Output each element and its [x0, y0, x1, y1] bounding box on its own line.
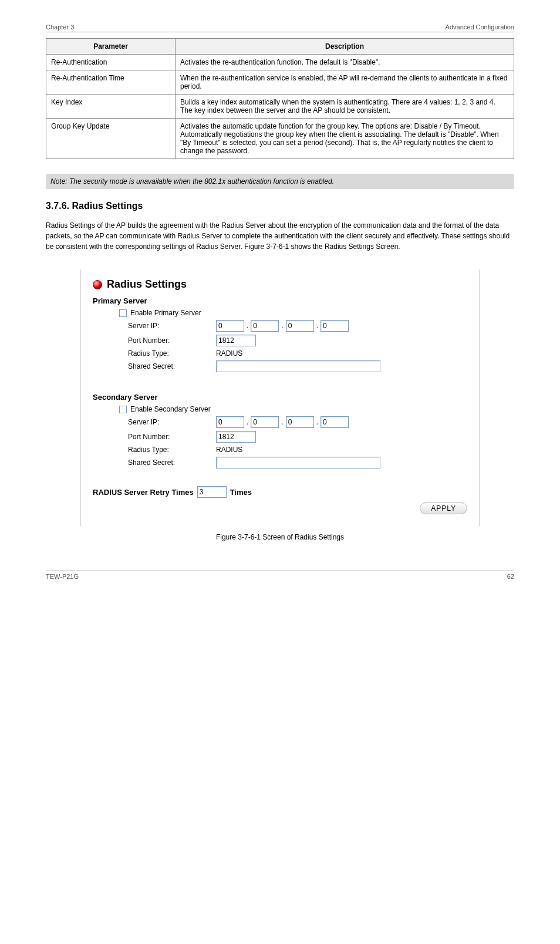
- secondary-ip-3[interactable]: [286, 416, 314, 428]
- enable-primary-label: Enable Primary Server: [130, 309, 201, 317]
- table-row: Re-Authentication Activates the re-authe…: [46, 55, 514, 70]
- dot-icon: .: [244, 322, 251, 330]
- primary-secret-label: Shared Secret:: [128, 362, 216, 370]
- param-desc: Activates the automatic update function …: [176, 119, 514, 159]
- footer-right: 62: [507, 573, 514, 580]
- enable-secondary-checkbox[interactable]: [119, 406, 127, 413]
- param-name: Re-Authentication Time: [46, 70, 176, 95]
- parameter-table: Parameter Description Re-Authentication …: [46, 38, 514, 159]
- primary-type-label: Radius Type:: [128, 349, 216, 358]
- radius-settings-panel: Radius Settings Primary Server Enable Pr…: [80, 269, 480, 526]
- param-name: Key Index: [46, 95, 176, 119]
- secondary-secret-input[interactable]: [216, 457, 380, 468]
- th-desc: Description: [176, 39, 514, 55]
- apply-button[interactable]: APPLY: [420, 503, 467, 514]
- th-param: Parameter: [46, 39, 176, 55]
- secondary-port-input[interactable]: [216, 431, 256, 443]
- table-row: Key Index Builds a key index automatical…: [46, 95, 514, 119]
- dot-icon: .: [244, 418, 251, 426]
- note-bar: Note: The security mode is unavailable w…: [46, 174, 514, 189]
- primary-server-header: Primary Server: [93, 296, 467, 305]
- param-name: Group Key Update: [46, 119, 176, 159]
- figure-caption: Figure 3-7-6-1 Screen of Radius Settings: [46, 533, 514, 541]
- dot-icon: .: [314, 322, 321, 330]
- secondary-ip-2[interactable]: [251, 416, 279, 428]
- section-body: Radius Settings of the AP builds the agr…: [46, 220, 514, 252]
- primary-type-value: RADIUS: [216, 349, 242, 358]
- dot-icon: .: [279, 322, 285, 330]
- doc-footer: TEW-P21G 62: [46, 571, 514, 580]
- param-desc: Builds a key index automatically when th…: [176, 95, 514, 119]
- retry-label-right: Times: [230, 488, 252, 497]
- doc-header: Chapter 3 Advanced Configuration: [46, 23, 514, 32]
- retry-input[interactable]: [197, 486, 227, 498]
- secondary-server-header: Secondary Server: [93, 393, 467, 402]
- primary-ip-3[interactable]: [286, 320, 314, 332]
- secondary-ip-label: Server IP:: [128, 418, 216, 426]
- section-number: 3.7.6. Radius Settings: [46, 201, 514, 211]
- panel-title-text: Radius Settings: [107, 278, 187, 291]
- panel-title: Radius Settings: [93, 278, 467, 291]
- primary-secret-input[interactable]: [216, 360, 380, 372]
- enable-secondary-label: Enable Secondary Server: [130, 405, 211, 413]
- secondary-ip-1[interactable]: [216, 416, 244, 428]
- primary-port-label: Port Number:: [128, 336, 216, 345]
- secondary-type-value: RADIUS: [216, 446, 242, 454]
- dot-icon: .: [279, 418, 285, 426]
- param-desc: When the re-authentication service is en…: [176, 70, 514, 95]
- enable-primary-checkbox[interactable]: [119, 309, 127, 317]
- param-name: Re-Authentication: [46, 55, 176, 70]
- secondary-port-label: Port Number:: [128, 433, 216, 441]
- dot-icon: .: [314, 418, 321, 426]
- secondary-ip-4[interactable]: [321, 416, 349, 428]
- header-right: Advanced Configuration: [446, 23, 514, 31]
- table-row: Re-Authentication Time When the re-authe…: [46, 70, 514, 95]
- primary-ip-label: Server IP:: [128, 322, 216, 330]
- primary-port-input[interactable]: [216, 335, 256, 346]
- secondary-secret-label: Shared Secret:: [128, 458, 216, 467]
- table-row: Group Key Update Activates the automatic…: [46, 119, 514, 159]
- red-dot-icon: [93, 280, 102, 289]
- secondary-type-label: Radius Type:: [128, 446, 216, 454]
- retry-label-left: RADIUS Server Retry Times: [93, 488, 194, 497]
- primary-ip-1[interactable]: [216, 320, 244, 332]
- primary-ip-2[interactable]: [251, 320, 279, 332]
- header-left: Chapter 3: [46, 23, 74, 31]
- param-desc: Activates the re-authentication function…: [176, 55, 514, 70]
- footer-left: TEW-P21G: [46, 573, 79, 580]
- primary-ip-4[interactable]: [321, 320, 349, 332]
